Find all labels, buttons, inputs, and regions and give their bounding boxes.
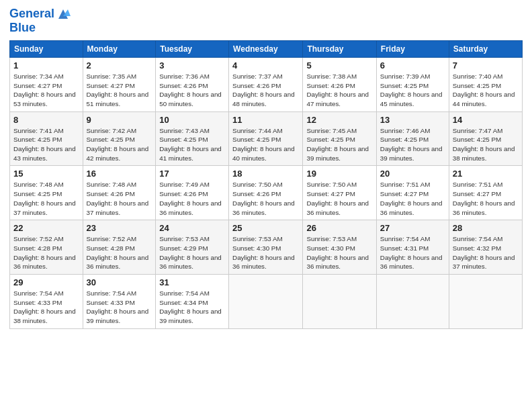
- day-number: 30: [87, 277, 152, 287]
- day-info: Sunrise: 7:37 AMSunset: 4:26 PMDaylight:…: [232, 72, 299, 109]
- day-number: 29: [13, 277, 79, 287]
- day-number: 23: [87, 223, 152, 233]
- weekday-sunday: Sunday: [10, 40, 83, 57]
- day-info: Sunrise: 7:54 AMSunset: 4:33 PMDaylight:…: [13, 289, 79, 326]
- day-info: Sunrise: 7:38 AMSunset: 4:26 PMDaylight:…: [306, 72, 372, 109]
- calendar-cell: [229, 275, 303, 329]
- calendar-cell: 13Sunrise: 7:46 AMSunset: 4:25 PMDayligh…: [376, 111, 449, 166]
- day-info: Sunrise: 7:51 AMSunset: 4:27 PMDaylight:…: [380, 180, 445, 217]
- day-number: 18: [232, 169, 299, 179]
- calendar-cell: 22Sunrise: 7:52 AMSunset: 4:28 PMDayligh…: [10, 220, 83, 275]
- calendar-cell: [303, 275, 376, 329]
- day-number: 7: [453, 60, 519, 71]
- day-info: Sunrise: 7:54 AMSunset: 4:32 PMDaylight:…: [453, 234, 519, 271]
- day-info: Sunrise: 7:44 AMSunset: 4:25 PMDaylight:…: [232, 126, 299, 163]
- day-number: 13: [380, 115, 445, 125]
- logo: General Blue: [9, 7, 71, 35]
- weekday-wednesday: Wednesday: [229, 40, 303, 57]
- calendar-cell: 2Sunrise: 7:35 AMSunset: 4:27 PMDaylight…: [83, 57, 156, 111]
- day-info: Sunrise: 7:49 AMSunset: 4:26 PMDaylight:…: [159, 180, 225, 217]
- calendar-cell: 24Sunrise: 7:53 AMSunset: 4:29 PMDayligh…: [156, 220, 229, 275]
- day-number: 28: [453, 223, 519, 233]
- calendar-cell: 26Sunrise: 7:53 AMSunset: 4:30 PMDayligh…: [303, 220, 376, 275]
- day-number: 31: [159, 277, 225, 287]
- calendar-cell: 30Sunrise: 7:54 AMSunset: 4:33 PMDayligh…: [83, 275, 156, 329]
- weekday-tuesday: Tuesday: [156, 40, 229, 57]
- calendar-cell: 3Sunrise: 7:36 AMSunset: 4:26 PMDaylight…: [156, 57, 229, 111]
- day-number: 15: [13, 169, 79, 179]
- logo-text: General: [9, 7, 54, 21]
- calendar-cell: 23Sunrise: 7:52 AMSunset: 4:28 PMDayligh…: [83, 220, 156, 275]
- calendar-cell: 1Sunrise: 7:34 AMSunset: 4:27 PMDaylight…: [10, 57, 83, 111]
- calendar-cell: 8Sunrise: 7:41 AMSunset: 4:25 PMDaylight…: [10, 111, 83, 166]
- weekday-monday: Monday: [83, 40, 156, 57]
- day-number: 26: [306, 223, 372, 233]
- day-number: 10: [159, 115, 225, 125]
- calendar-cell: 19Sunrise: 7:50 AMSunset: 4:27 PMDayligh…: [303, 166, 376, 220]
- calendar-cell: 12Sunrise: 7:45 AMSunset: 4:25 PMDayligh…: [303, 111, 376, 166]
- day-number: 20: [380, 169, 445, 179]
- calendar-cell: 5Sunrise: 7:38 AMSunset: 4:26 PMDaylight…: [303, 57, 376, 111]
- calendar-cell: 6Sunrise: 7:39 AMSunset: 4:25 PMDaylight…: [376, 57, 449, 111]
- calendar-table: SundayMondayTuesdayWednesdayThursdayFrid…: [9, 40, 523, 329]
- calendar-cell: 16Sunrise: 7:48 AMSunset: 4:26 PMDayligh…: [83, 166, 156, 220]
- calendar-cell: 29Sunrise: 7:54 AMSunset: 4:33 PMDayligh…: [10, 275, 83, 329]
- logo-icon: [56, 7, 71, 21]
- day-info: Sunrise: 7:40 AMSunset: 4:25 PMDaylight:…: [453, 72, 519, 109]
- header: General Blue: [9, 7, 523, 35]
- calendar-cell: 31Sunrise: 7:54 AMSunset: 4:34 PMDayligh…: [156, 275, 229, 329]
- calendar-cell: [376, 275, 449, 329]
- day-info: Sunrise: 7:54 AMSunset: 4:31 PMDaylight:…: [380, 234, 445, 271]
- weekday-header-row: SundayMondayTuesdayWednesdayThursdayFrid…: [10, 40, 523, 57]
- day-info: Sunrise: 7:46 AMSunset: 4:25 PMDaylight:…: [380, 126, 445, 163]
- day-info: Sunrise: 7:53 AMSunset: 4:29 PMDaylight:…: [159, 234, 225, 271]
- day-number: 16: [87, 169, 152, 179]
- day-number: 22: [13, 223, 79, 233]
- day-info: Sunrise: 7:43 AMSunset: 4:25 PMDaylight:…: [159, 126, 225, 163]
- day-number: 25: [232, 223, 299, 233]
- calendar-cell: 20Sunrise: 7:51 AMSunset: 4:27 PMDayligh…: [376, 166, 449, 220]
- calendar-cell: [449, 275, 522, 329]
- logo-general: General: [9, 7, 54, 20]
- calendar-cell: 7Sunrise: 7:40 AMSunset: 4:25 PMDaylight…: [449, 57, 522, 111]
- calendar-cell: 15Sunrise: 7:48 AMSunset: 4:25 PMDayligh…: [10, 166, 83, 220]
- calendar-cell: 28Sunrise: 7:54 AMSunset: 4:32 PMDayligh…: [449, 220, 522, 275]
- day-info: Sunrise: 7:42 AMSunset: 4:25 PMDaylight:…: [87, 126, 152, 163]
- calendar-cell: 11Sunrise: 7:44 AMSunset: 4:25 PMDayligh…: [229, 111, 303, 166]
- weekday-thursday: Thursday: [303, 40, 376, 57]
- calendar-cell: 17Sunrise: 7:49 AMSunset: 4:26 PMDayligh…: [156, 166, 229, 220]
- day-info: Sunrise: 7:52 AMSunset: 4:28 PMDaylight:…: [87, 234, 152, 271]
- day-info: Sunrise: 7:35 AMSunset: 4:27 PMDaylight:…: [87, 72, 152, 109]
- day-info: Sunrise: 7:50 AMSunset: 4:26 PMDaylight:…: [232, 180, 299, 217]
- day-info: Sunrise: 7:53 AMSunset: 4:30 PMDaylight:…: [232, 234, 299, 271]
- calendar-cell: 9Sunrise: 7:42 AMSunset: 4:25 PMDaylight…: [83, 111, 156, 166]
- day-number: 21: [453, 169, 519, 179]
- day-info: Sunrise: 7:54 AMSunset: 4:34 PMDaylight:…: [159, 289, 225, 326]
- day-info: Sunrise: 7:53 AMSunset: 4:30 PMDaylight:…: [306, 234, 372, 271]
- day-number: 2: [87, 60, 152, 71]
- day-number: 9: [87, 115, 152, 125]
- day-info: Sunrise: 7:41 AMSunset: 4:25 PMDaylight:…: [13, 126, 79, 163]
- calendar-cell: 27Sunrise: 7:54 AMSunset: 4:31 PMDayligh…: [376, 220, 449, 275]
- day-info: Sunrise: 7:47 AMSunset: 4:25 PMDaylight:…: [453, 126, 519, 163]
- day-number: 17: [159, 169, 225, 179]
- day-info: Sunrise: 7:34 AMSunset: 4:27 PMDaylight:…: [13, 72, 79, 109]
- week-row-2: 8Sunrise: 7:41 AMSunset: 4:25 PMDaylight…: [10, 111, 523, 166]
- week-row-3: 15Sunrise: 7:48 AMSunset: 4:25 PMDayligh…: [10, 166, 523, 220]
- page-container: General Blue SundayMondayTuesdayWednesda…: [0, 0, 532, 336]
- day-number: 11: [232, 115, 299, 125]
- day-number: 6: [380, 60, 445, 71]
- day-info: Sunrise: 7:48 AMSunset: 4:25 PMDaylight:…: [13, 180, 79, 217]
- day-info: Sunrise: 7:36 AMSunset: 4:26 PMDaylight:…: [159, 72, 225, 109]
- day-info: Sunrise: 7:50 AMSunset: 4:27 PMDaylight:…: [306, 180, 372, 217]
- day-number: 24: [159, 223, 225, 233]
- calendar-cell: 18Sunrise: 7:50 AMSunset: 4:26 PMDayligh…: [229, 166, 303, 220]
- day-info: Sunrise: 7:51 AMSunset: 4:27 PMDaylight:…: [453, 180, 519, 217]
- week-row-4: 22Sunrise: 7:52 AMSunset: 4:28 PMDayligh…: [10, 220, 523, 275]
- day-info: Sunrise: 7:52 AMSunset: 4:28 PMDaylight:…: [13, 234, 79, 271]
- day-info: Sunrise: 7:45 AMSunset: 4:25 PMDaylight:…: [306, 126, 372, 163]
- calendar-cell: 4Sunrise: 7:37 AMSunset: 4:26 PMDaylight…: [229, 57, 303, 111]
- calendar-cell: 10Sunrise: 7:43 AMSunset: 4:25 PMDayligh…: [156, 111, 229, 166]
- logo-blue: Blue: [9, 21, 36, 35]
- day-number: 4: [232, 60, 299, 71]
